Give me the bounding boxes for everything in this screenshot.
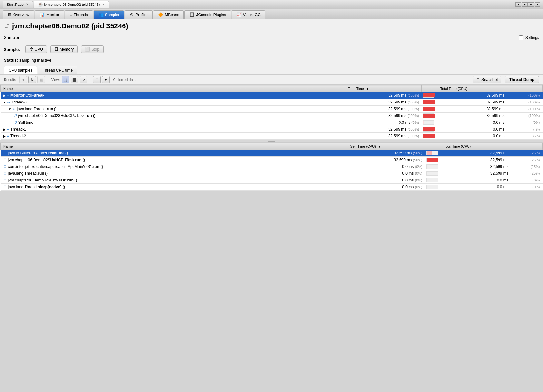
- clock-icon: ⏱: [3, 151, 7, 155]
- table-row[interactable]: ▶▪▪Thread-1 32,599 ms (100%) 0.0 ms (-%): [1, 126, 543, 133]
- toolbar-circle-btn[interactable]: ●: [19, 76, 27, 83]
- tab-monitor[interactable]: 📊 Monitor: [35, 10, 64, 19]
- cpu-time-cell: 32,599 ms: [438, 106, 507, 113]
- bar-cell: [421, 99, 438, 106]
- clock-icon: ⏱: [3, 185, 7, 189]
- total-time-cell: 32,599 ms (100%): [345, 99, 421, 106]
- tab-cpu-samples-label: CPU samples: [9, 68, 32, 73]
- table-row[interactable]: ⏱java.lang.Thread.sleep[native] () 0.0 m…: [1, 184, 543, 191]
- snapshot-button[interactable]: 🗒 Snapshot: [473, 76, 501, 83]
- settings-checkbox[interactable]: [519, 35, 523, 40]
- cpu-time-cell: 0.0 ms: [441, 177, 511, 184]
- start-page-tab[interactable]: Start Page ✕: [3, 1, 33, 8]
- name-cell: ⏱java.lang.Thread.sleep[native] (): [1, 184, 348, 191]
- col-total-time-cpu[interactable]: Total Time (CPU): [438, 85, 507, 92]
- table-row[interactable]: ▶▪▪Monitor Ctrl-Break 32,599 ms (100%) 3…: [1, 92, 543, 99]
- thread-dump-button[interactable]: Thread Dump: [505, 76, 539, 83]
- table-row[interactable]: ⏱jvm.chapter06.Demo02$HoldCPUTask.run ()…: [1, 157, 543, 163]
- table-row[interactable]: ⏱Self time 0.0 ms (0%) 0.0 ms (0%): [1, 119, 543, 126]
- name-bold: run: [93, 164, 99, 169]
- toolbar-view-btn-1[interactable]: ⬚: [62, 76, 69, 83]
- total-time-cell: 32,599 ms (100%): [345, 126, 421, 133]
- total-time-cell: 32,599 ms (100%): [345, 133, 421, 140]
- tab-thread-cpu-time-label: Thread CPU time: [43, 68, 73, 73]
- col-self-time-cpu[interactable]: Self Time (CPU) ▼: [348, 143, 425, 150]
- cpu-pct-cell: (100%): [507, 92, 542, 99]
- status-label: Status:: [4, 58, 18, 63]
- win-down-btn[interactable]: ▼: [528, 2, 534, 7]
- table-row[interactable]: ⏱jvm.chapter06.Demo02$HoldCPUTask.run ()…: [1, 113, 543, 119]
- toolbar-chart-btn[interactable]: ▦: [37, 76, 45, 83]
- cpu-time-cell: 32,599 ms: [441, 163, 511, 170]
- snapshot-icon: 🗒: [476, 77, 480, 82]
- stop-button[interactable]: ⬜ Stop: [81, 45, 104, 53]
- start-page-tab-label: Start Page: [7, 3, 24, 6]
- table-row[interactable]: ⏱java.io.BufferedReader.readLine () 32,5…: [1, 150, 543, 157]
- table-row[interactable]: ▼⚙java.lang.Thread.run () 32,599 ms (100…: [1, 106, 543, 113]
- name-cell: ⏱java.io.BufferedReader.readLine (): [1, 150, 348, 157]
- name-post: (): [92, 113, 95, 118]
- name-bold: sleep[native]: [38, 185, 61, 189]
- win-forward-btn[interactable]: ▶: [522, 2, 528, 7]
- tab-jconsole-plugins[interactable]: 🔲 JConsole Plugins: [184, 10, 231, 19]
- expand-icon: ▼: [3, 101, 6, 104]
- memory-button-label: Memory: [60, 47, 74, 52]
- tab-mbeans[interactable]: 🔶 MBeans: [153, 10, 184, 19]
- clock-icon: ⏱: [14, 113, 17, 118]
- name-cell: ▼▪▪Thread-0: [1, 99, 345, 106]
- win-back-btn[interactable]: ◀: [515, 2, 521, 7]
- cpu-button[interactable]: ⏱ CPU: [25, 45, 47, 53]
- top-table-scroll[interactable]: Name Total Time ▼ Total Time (CPU) ▶▪▪Mo…: [0, 85, 543, 140]
- table-row[interactable]: ▼▪▪Thread-0 32,599 ms (100%) 32,599 ms (…: [1, 99, 543, 106]
- name-pre: jvm.chapter06.Demo02$HoldCPUTask.: [18, 113, 86, 118]
- clock-icon: ⏱: [3, 164, 7, 169]
- toolbar-filter-dropdown[interactable]: ▼: [102, 76, 110, 83]
- sampler-label: Sampler: [4, 35, 19, 40]
- start-page-tab-close[interactable]: ✕: [26, 3, 29, 6]
- memory-button[interactable]: 🎞 Memory: [50, 45, 78, 53]
- bar-cell: [425, 177, 441, 184]
- thread-dump-button-label: Thread Dump: [509, 77, 534, 82]
- win-close-btn[interactable]: ✕: [535, 2, 540, 7]
- col-total-time-cpu-2[interactable]: Total Time (CPU): [441, 143, 511, 150]
- bar-cell: [425, 150, 441, 157]
- tab-profiler[interactable]: ⏱ Profiler: [125, 10, 153, 19]
- view-label: View:: [51, 78, 60, 82]
- divider-handle[interactable]: [0, 140, 543, 142]
- mbeans-icon: 🔶: [158, 12, 163, 17]
- name-pre: jvm.chapter06.Demo02$HoldCPUTask.: [8, 158, 75, 162]
- clock-icon: ⏱: [3, 171, 7, 176]
- toolbar-refresh-btn[interactable]: ↻: [28, 76, 36, 83]
- tab-cpu-samples[interactable]: CPU samples: [4, 66, 37, 74]
- table-row[interactable]: ⏱jvm.chapter06.Demo02$LazyTask.run () 0.…: [1, 177, 543, 184]
- cpu-pct-cell: (25%): [511, 157, 543, 163]
- nav-tabs: 🖥 Overview 📊 Monitor ≡ Threads 👥 Sampler…: [0, 9, 543, 19]
- bar-cell: [421, 133, 438, 140]
- tab-thread-cpu-time[interactable]: Thread CPU time: [38, 66, 77, 74]
- toolbar-view-btn-2[interactable]: ⬛: [71, 76, 78, 83]
- table-row[interactable]: ▶▪▪Thread-2 32,599 ms (100%) 0.0 ms (-%): [1, 133, 543, 140]
- table-row[interactable]: ⏱com.intellij.rt.execution.application.A…: [1, 163, 543, 170]
- name-cell: ⏱jvm.chapter06.Demo02$LazyTask.run (): [1, 177, 348, 184]
- stop-icon: ⬜: [85, 47, 90, 52]
- demo02-tab-close[interactable]: ✕: [102, 3, 105, 6]
- name-pre: jvm.chapter06.Demo02$LazyTask.: [8, 178, 67, 182]
- tab-overview[interactable]: 🖥 Overview: [3, 10, 34, 19]
- sampler-icon: 👥: [98, 12, 104, 17]
- tab-visual-gc[interactable]: 📈 Visual GC: [232, 10, 265, 19]
- demo02-tab[interactable]: ☕ jvm.chapter06.Demo02 (pid 35246) ✕: [34, 1, 109, 8]
- name-bold: readLine: [48, 151, 64, 155]
- threads-icon: ≡: [70, 12, 72, 17]
- tab-threads[interactable]: ≡ Threads: [65, 10, 93, 19]
- self-time-cell: 0.0 ms (0%): [348, 163, 425, 170]
- tab-sampler[interactable]: 👥 Sampler: [94, 10, 124, 19]
- name-bold: run: [85, 113, 92, 118]
- name-cell: ▶▪▪Thread-2: [1, 133, 345, 140]
- table-row[interactable]: ⏱java.lang.Thread.run () 0.0 ms (0%) 32,…: [1, 170, 543, 177]
- toolbar-filter-btn[interactable]: ⊞: [93, 76, 101, 83]
- thread-icon: ▪▪: [7, 100, 10, 104]
- bottom-table-scroll[interactable]: Name Self Time (CPU) ▼ Total Time (CPU) …: [0, 143, 543, 191]
- col-total-time[interactable]: Total Time ▼: [345, 85, 421, 92]
- visual-gc-icon: 📈: [236, 12, 242, 17]
- toolbar-view-btn-3[interactable]: ↗: [80, 76, 87, 83]
